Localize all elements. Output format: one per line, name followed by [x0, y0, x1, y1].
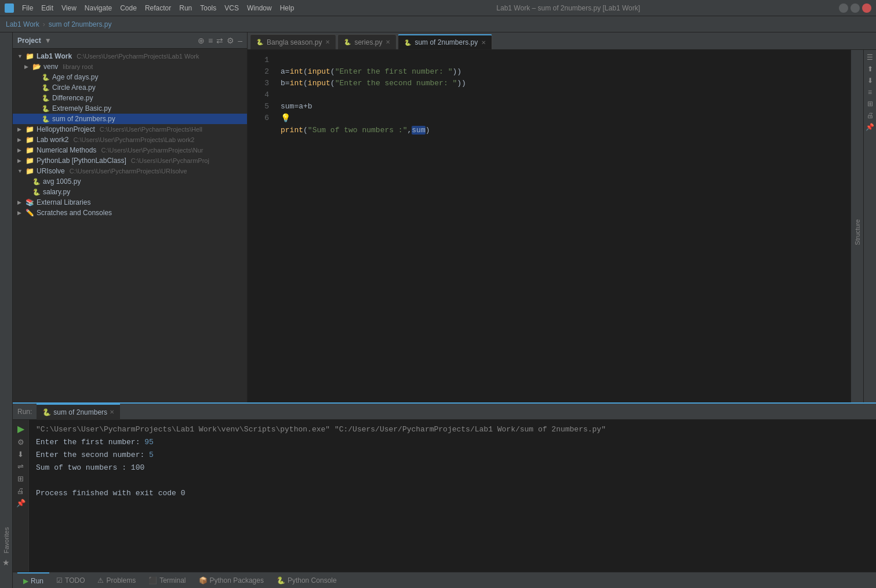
- tree-label: Numerical Methods: [37, 146, 96, 154]
- output-line-1: Enter the first number: 95: [36, 436, 869, 449]
- sidebar-icon-4[interactable]: ≡: [868, 88, 872, 96]
- folder-icon: 📁: [26, 52, 34, 60]
- run-down-icon[interactable]: ⬇: [17, 450, 24, 459]
- run-play-button[interactable]: ▶: [17, 423, 24, 434]
- project-dropdown-icon[interactable]: ▼: [45, 37, 52, 45]
- favorites-label[interactable]: Favorites: [3, 527, 10, 553]
- tab-label: sum of 2numbers.py: [415, 38, 478, 46]
- tab-bangla[interactable]: 🐍 Bangla season.py ✕: [250, 34, 336, 49]
- close-button[interactable]: [862, 3, 871, 13]
- toolbar-tab-problems[interactable]: ⚠ Problems: [92, 575, 141, 586]
- tree-item-circle[interactable]: 🐍 Circle Area.py: [13, 82, 247, 93]
- tree-item-numerical[interactable]: ▶ 📁 Numerical Methods C:\Users\User\Pych…: [13, 145, 247, 155]
- tree-label: Scratches and Consoles: [37, 209, 112, 217]
- menu-window[interactable]: Window: [243, 3, 275, 13]
- project-expand-btn[interactable]: ⇄: [216, 36, 223, 45]
- problems-icon: ⚠: [97, 576, 104, 585]
- run-tab[interactable]: 🐍 sum of 2numbers ✕: [37, 404, 120, 420]
- toolbar-terminal-label: Terminal: [159, 576, 186, 585]
- run-pin-icon[interactable]: ⊞: [17, 474, 24, 483]
- sidebar-icon-3[interactable]: ⬇: [867, 77, 873, 85]
- run-settings-icon[interactable]: ⚙: [17, 438, 24, 447]
- tree-item-lab1work[interactable]: ▼ 📁 Lab1 Work C:\Users\User\PycharmProje…: [13, 51, 247, 61]
- expand-icon: ▶: [17, 126, 23, 132]
- sidebar-icon-6[interactable]: 🖨: [867, 111, 874, 119]
- tree-path: C:\Users\User\PycharmProj: [131, 157, 209, 164]
- toolbar-tab-packages[interactable]: 📦 Python Packages: [193, 575, 270, 586]
- tree-item-salary[interactable]: 🐍 salary.py: [13, 187, 247, 197]
- sidebar-icon-7[interactable]: 📌: [866, 123, 874, 131]
- favorites-star-icon[interactable]: ★: [2, 558, 10, 567]
- menu-code[interactable]: Code: [117, 3, 140, 13]
- tree-label: Lab1 Work: [37, 52, 72, 60]
- project-scroll-btn[interactable]: ≡: [208, 36, 213, 45]
- menu-view[interactable]: View: [58, 3, 80, 13]
- tree-item-sum2[interactable]: 🐍 sum of 2numbers.py: [13, 114, 247, 124]
- tree-item-hellopython[interactable]: ▶ 📁 HellopythonProject C:\Users\User\Pyc…: [13, 124, 247, 135]
- file-icon: 🐍: [32, 178, 41, 186]
- menu-file[interactable]: File: [19, 3, 37, 13]
- run-tab-close[interactable]: ✕: [110, 409, 114, 415]
- sidebar-icon-1[interactable]: ☰: [867, 53, 873, 61]
- tree-path: C:\Users\User\PycharmProjects\Lab1 Work: [77, 53, 199, 60]
- breadcrumb-file[interactable]: sum of 2numbers.py: [49, 20, 112, 28]
- packages-icon: 📦: [199, 576, 208, 585]
- toolbar-problems-label: Problems: [106, 576, 136, 585]
- output-line-cmd: "C:\Users\User\PycharmProjects\Lab1 Work…: [36, 423, 869, 436]
- sidebar-icon-2[interactable]: ⬆: [867, 65, 873, 73]
- minimize-button[interactable]: [839, 3, 848, 13]
- tab-close[interactable]: ✕: [481, 39, 486, 46]
- menu-edit[interactable]: Edit: [38, 3, 57, 13]
- tree-item-diff[interactable]: 🐍 Difference.py: [13, 93, 247, 103]
- scratches-icon: ✏️: [26, 209, 34, 217]
- tree-item-urisolve[interactable]: ▼ 📁 URIsolve C:\Users\User\PycharmProjec…: [13, 166, 247, 176]
- output-line-2: Enter the second number: 5: [36, 449, 869, 462]
- tab-label: series.py: [354, 38, 382, 46]
- output-line-3: Sum of two numbers : 100: [36, 462, 869, 474]
- toolbar-tab-todo[interactable]: ☑ TODO: [50, 575, 90, 586]
- project-hide-btn[interactable]: –: [238, 36, 242, 45]
- run-unpin-icon[interactable]: 📌: [16, 499, 26, 507]
- tab-sum2[interactable]: 🐍 sum of 2numbers.py ✕: [398, 34, 492, 49]
- menu-help[interactable]: Help: [277, 3, 298, 13]
- tree-label: PythonLab [PythonLabClass]: [37, 157, 126, 165]
- run-wrap-icon[interactable]: ⇌: [17, 462, 24, 471]
- project-settings-btn[interactable]: ⚙: [227, 36, 234, 45]
- tree-label: venv: [43, 63, 58, 71]
- toolbar-tab-run[interactable]: ▶ Run: [17, 572, 49, 589]
- breadcrumb-lab1work[interactable]: Lab1 Work: [6, 20, 39, 28]
- bottom-tabs: Run: 🐍 sum of 2numbers ✕: [13, 404, 876, 420]
- tab-series[interactable]: 🐍 series.py ✕: [337, 34, 397, 49]
- tree-label: Age of days.py: [52, 73, 98, 81]
- menu-tools[interactable]: Tools: [197, 3, 220, 13]
- run-print-icon[interactable]: 🖨: [17, 487, 24, 495]
- sidebar-icon-5[interactable]: ⊞: [867, 100, 873, 108]
- menu-navigate[interactable]: Navigate: [81, 3, 115, 13]
- folder-icon: 📁: [26, 157, 34, 165]
- file-icon: 🐍: [42, 115, 50, 123]
- tree-item-avg[interactable]: 🐍 avg 1005.py: [13, 176, 247, 187]
- menu-refactor[interactable]: Refactor: [141, 3, 175, 13]
- structure-label[interactable]: Structure: [854, 219, 861, 245]
- maximize-button[interactable]: [850, 3, 860, 13]
- tab-close[interactable]: ✕: [386, 39, 390, 45]
- project-locate-btn[interactable]: ⊕: [198, 36, 205, 45]
- tree-item-extlibs[interactable]: ▶ 📚 External Libraries: [13, 197, 247, 208]
- tree-item-scratches[interactable]: ▶ ✏️ Scratches and Consoles: [13, 208, 247, 218]
- tree-path: C:\Users\User\PycharmProjects\URIsolve: [70, 168, 187, 175]
- tree-item-labwork2[interactable]: ▶ 📁 Lab work2 C:\Users\User\PycharmProje…: [13, 135, 247, 145]
- structure-panel[interactable]: Structure: [850, 50, 863, 414]
- toolbar-tab-console[interactable]: 🐍 Python Console: [271, 575, 343, 586]
- menu-run[interactable]: Run: [176, 3, 195, 13]
- tree-item-venv[interactable]: ▶ 📂 venv library root: [13, 61, 247, 72]
- tree-item-pythonlab[interactable]: ▶ 📁 PythonLab [PythonLabClass] C:\Users\…: [13, 155, 247, 166]
- file-icon: 🐍: [42, 95, 50, 102]
- tree-item-age[interactable]: 🐍 Age of days.py: [13, 72, 247, 82]
- menu-vcs[interactable]: VCS: [221, 3, 242, 13]
- tree-item-basic[interactable]: 🐍 Extremely Basic.py: [13, 103, 247, 114]
- expand-icon: ▼: [17, 168, 23, 174]
- toolbar-packages-label: Python Packages: [210, 576, 264, 585]
- toolbar-tab-terminal[interactable]: ⬛ Terminal: [143, 575, 191, 586]
- tab-close[interactable]: ✕: [325, 39, 330, 45]
- file-icon: 🐍: [256, 39, 263, 45]
